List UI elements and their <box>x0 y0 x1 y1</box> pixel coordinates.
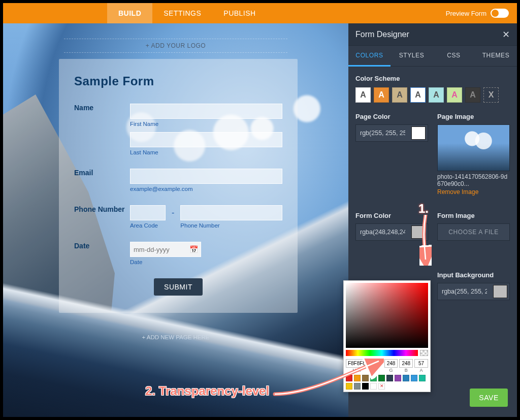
arrow-icon <box>419 215 432 266</box>
tab-build[interactable]: BUILD <box>107 3 152 23</box>
sidebar-title: Form Designer <box>355 30 409 39</box>
scheme-swatch-7[interactable]: A <box>465 87 480 103</box>
save-button[interactable]: SAVE <box>470 389 508 407</box>
palette-swatch[interactable] <box>411 375 417 381</box>
tab-styles[interactable]: STYLES <box>391 46 433 66</box>
page-image-label: Page Image <box>437 113 510 120</box>
label-date: Date <box>74 242 130 265</box>
page-color-field[interactable] <box>355 124 428 142</box>
last-name-input[interactable] <box>130 132 282 147</box>
page-image-thumb[interactable] <box>437 124 510 171</box>
g-label: G <box>384 368 398 373</box>
sub-area: Area Code <box>130 222 166 229</box>
annotation-one: 1. <box>418 202 429 216</box>
palette-swatch[interactable] <box>395 375 401 381</box>
tab-themes[interactable]: THEMES <box>475 46 517 66</box>
a-input[interactable] <box>414 359 428 368</box>
sub-first-name: First Name <box>130 121 282 127</box>
label-name: Name <box>74 104 130 155</box>
form-color-field[interactable] <box>355 223 428 241</box>
saturation-panel[interactable] <box>346 283 428 348</box>
palette-swatch[interactable] <box>419 375 426 381</box>
page-color-swatch-icon[interactable] <box>411 126 426 140</box>
arrow-icon <box>272 359 384 399</box>
scheme-swatch-5[interactable]: A <box>429 87 444 103</box>
form-builder-canvas: + ADD YOUR LOGO Sample Form Name First N… <box>3 23 348 417</box>
phone-number-input[interactable] <box>180 205 282 220</box>
g-input[interactable] <box>384 359 398 368</box>
form-color-input[interactable] <box>356 229 409 236</box>
sub-phonenum: Phone Number <box>180 222 282 229</box>
scheme-swatch-6[interactable]: A <box>447 87 462 103</box>
submit-button[interactable]: SUBMIT <box>154 278 203 296</box>
preview-label: Preview Form <box>446 10 486 17</box>
sub-date: Date <box>130 259 282 265</box>
email-input[interactable] <box>130 169 282 184</box>
scheme-swatch-2[interactable]: A <box>374 87 389 103</box>
b-label: B <box>399 368 413 373</box>
form-color-label: Form Color <box>355 212 428 219</box>
tab-publish[interactable]: PUBLISH <box>212 3 267 23</box>
scheme-swatch-custom[interactable]: X <box>483 87 499 103</box>
label-email: Email <box>74 169 130 192</box>
toggle-switch-icon[interactable] <box>491 9 509 18</box>
tab-css[interactable]: CSS <box>433 46 475 66</box>
preview-form-toggle[interactable]: Preview Form <box>446 3 509 23</box>
phone-separator: - <box>172 205 174 229</box>
b-input[interactable] <box>399 359 413 368</box>
sub-email: example@example.com <box>130 186 282 192</box>
close-icon[interactable]: ✕ <box>502 29 510 40</box>
a-label: A <box>414 368 428 373</box>
first-name-input[interactable] <box>130 104 282 119</box>
form-card: Sample Form Name First Name Last Name Em… <box>59 59 298 313</box>
page-color-input[interactable] <box>356 130 409 137</box>
form-title: Sample Form <box>74 74 282 88</box>
annotation-two: 2. Transparency-level <box>145 384 269 398</box>
calendar-icon[interactable]: 📅 <box>189 245 198 253</box>
input-bg-input[interactable] <box>438 288 491 295</box>
scheme-swatch-4[interactable]: A <box>410 87 426 103</box>
sub-last-name: Last Name <box>130 149 282 155</box>
scheme-swatch-3[interactable]: A <box>392 87 407 103</box>
alpha-preview-icon <box>420 350 428 356</box>
input-bg-field[interactable] <box>437 283 510 300</box>
input-bg-swatch-icon[interactable] <box>493 285 507 298</box>
sidebar-tabs: COLORS STYLES CSS THEMES <box>348 46 517 67</box>
tab-settings[interactable]: SETTINGS <box>152 3 212 23</box>
phone-area-input[interactable] <box>130 205 166 220</box>
color-scheme-title: Color Scheme <box>355 75 510 82</box>
hue-slider[interactable] <box>346 350 418 356</box>
palette-swatch[interactable] <box>403 375 409 381</box>
input-bg-label: Input Background <box>437 271 510 279</box>
scheme-swatch-1[interactable]: A <box>355 87 371 103</box>
page-image-caption: photo-1414170562806-9d670e90c0... <box>437 173 510 187</box>
form-image-label: Form Image <box>437 212 510 219</box>
choose-file-button[interactable]: CHOOSE A FILE <box>437 223 510 241</box>
remove-image-link[interactable]: Remove Image <box>437 188 510 196</box>
add-logo-button[interactable]: + ADD YOUR LOGO <box>64 39 287 53</box>
palette-swatch[interactable] <box>386 375 393 381</box>
top-nav: BUILD SETTINGS PUBLISH Preview Form <box>3 3 517 23</box>
add-new-page-button[interactable]: + ADD NEW PAGE HERE <box>3 334 348 340</box>
tab-colors[interactable]: COLORS <box>348 46 391 67</box>
color-scheme-swatches: A A A A A A A X <box>348 87 517 103</box>
build-tabs: BUILD SETTINGS PUBLISH <box>107 3 267 23</box>
page-color-label: Page Color <box>355 113 428 120</box>
label-phone: Phone Number <box>74 205 130 229</box>
